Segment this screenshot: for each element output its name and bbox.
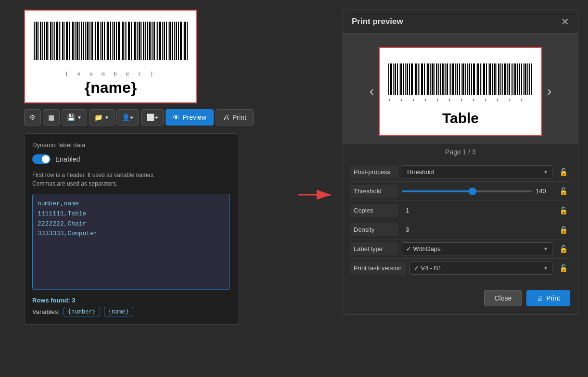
svg-rect-98 [432,63,434,95]
svg-rect-58 [153,22,155,60]
print-task-lock[interactable]: 🔓 [556,262,571,275]
svg-rect-127 [492,63,493,95]
next-page-button[interactable]: › [542,84,556,99]
print-preview-modal: Print preview ✕ ‹ [343,10,578,314]
svg-rect-125 [488,63,488,95]
svg-rect-105 [447,63,448,95]
eye-icon: 👁 [173,113,179,121]
barcode-svg [34,17,188,70]
svg-rect-112 [461,63,461,95]
svg-rect-89 [414,63,414,95]
svg-rect-131 [500,63,501,95]
svg-rect-95 [426,63,426,95]
svg-rect-57 [152,22,153,60]
label-type-lock[interactable]: 🔓 [556,243,571,255]
svg-rect-38 [112,22,113,60]
svg-rect-123 [483,63,485,95]
folder-dropdown-button[interactable]: 📁 ▼ [89,109,115,126]
svg-rect-15 [64,22,65,60]
svg-rect-118 [473,63,475,95]
svg-rect-124 [486,63,487,95]
svg-rect-9 [52,22,53,60]
label-type-dropdown[interactable]: ✓ WithGaps ▼ [402,242,552,255]
close-modal-button[interactable]: Close [484,290,522,306]
density-lock[interactable]: 🔒 [556,224,571,236]
folder-dropdown-arrow: ▼ [104,115,109,120]
svg-rect-134 [507,63,508,95]
svg-rect-65 [168,22,168,60]
post-process-value: Threshold [406,168,434,176]
svg-rect-142 [523,63,524,95]
svg-rect-107 [450,63,451,95]
svg-rect-86 [407,63,408,95]
svg-text:1: 1 [436,98,438,101]
svg-rect-109 [455,63,456,95]
svg-rect-92 [420,63,420,95]
svg-rect-16 [66,22,68,60]
svg-rect-49 [134,22,136,60]
label-type-label: Label type [350,242,398,255]
svg-rect-119 [476,63,476,95]
svg-rect-62 [162,22,163,60]
svg-rect-4 [42,22,43,60]
print-button[interactable]: 🖨 Print [216,109,254,126]
variable-badge-name: {name} [104,307,133,316]
post-process-chevron: ▼ [543,169,548,175]
arrow-indicator [298,185,337,209]
svg-text:1: 1 [521,98,523,101]
svg-rect-79 [393,63,394,95]
print-modal-button[interactable]: 🖨 Print [526,290,570,306]
svg-text:1: 1 [473,98,474,101]
svg-rect-104 [445,63,446,95]
preview-button-label: Preview [182,113,206,121]
print-task-dropdown[interactable]: ✓ V4 - B1 ▼ [409,262,552,275]
data-panel-title: Dynamic label data [32,141,230,149]
enabled-toggle[interactable] [32,154,51,164]
add-person-button[interactable]: 👤+ [116,109,139,126]
add-element-icon: ⬜+ [146,113,158,121]
threshold-value: 140 [536,188,552,195]
add-element-button[interactable]: ⬜+ [141,109,164,126]
svg-rect-83 [400,63,402,95]
svg-rect-8 [50,22,51,60]
copies-lock[interactable]: 🔓 [556,204,571,217]
svg-rect-116 [469,63,470,95]
svg-rect-53 [143,22,144,60]
threshold-lock[interactable]: 🔓 [556,185,571,198]
svg-rect-48 [133,22,133,60]
label-type-chevron: ▼ [543,246,548,251]
page-indicator: Page 1 / 3 [343,144,578,163]
save-dropdown-button[interactable]: 💾 ▼ [62,109,87,126]
svg-text:1: 1 [448,98,450,101]
svg-rect-37 [110,22,111,60]
modal-close-button[interactable]: ✕ [561,17,569,26]
svg-rect-56 [149,22,151,60]
svg-rect-114 [465,63,466,95]
preview-button[interactable]: 👁 Preview [166,109,214,126]
variables-row: Variables: {number} {name} [32,307,230,316]
svg-rect-12 [59,22,60,60]
svg-rect-3 [40,22,41,60]
svg-rect-99 [435,63,435,95]
threshold-slider[interactable] [402,190,532,192]
csv-input[interactable]: number,name 1111111,Table 2222222,Chair … [32,194,230,290]
svg-rect-10 [54,22,55,60]
toolbar: ⚙ ▦ 💾 ▼ 📁 ▼ 👤+ ⬜+ 👁 Preview 🖨 Print [24,109,294,126]
svg-rect-54 [145,22,146,60]
settings-button[interactable]: ⚙ [24,109,41,126]
svg-rect-52 [141,22,142,60]
barcode-name-text: {name} [85,79,137,97]
svg-rect-39 [114,22,115,60]
svg-rect-42 [121,22,121,60]
svg-text:1: 1 [400,98,402,101]
table-button[interactable]: ▦ [43,109,60,126]
preview-area: ‹ [343,34,578,144]
svg-text:1: 1 [485,98,486,101]
svg-rect-19 [72,22,74,60]
svg-rect-64 [166,22,167,60]
print-task-row: Print task version ✓ V4 - B1 ▼ 🔓 [350,259,571,277]
post-process-dropdown[interactable]: Threshold ▼ [402,165,552,178]
post-process-lock[interactable]: 🔓 [556,166,571,178]
prev-page-button[interactable]: ‹ [365,84,379,99]
density-label: Density [350,223,398,236]
